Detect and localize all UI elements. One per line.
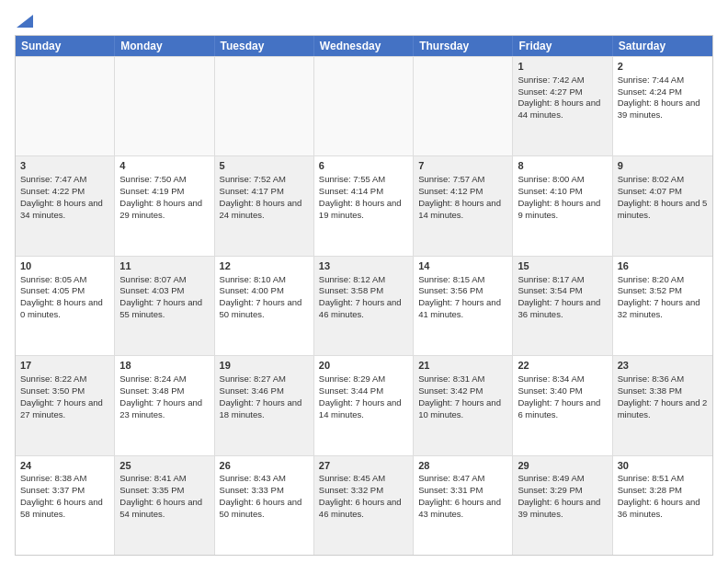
daylight-text: Daylight: 8 hours and 9 minutes. — [518, 198, 600, 220]
sunrise-text: Sunrise: 8:34 AM — [518, 373, 584, 384]
daylight-text: Daylight: 7 hours and 10 minutes. — [418, 397, 501, 419]
sunrise-text: Sunrise: 7:42 AM — [518, 75, 584, 85]
day-number: 30 — [618, 459, 708, 473]
sunrise-text: Sunrise: 7:50 AM — [119, 174, 186, 184]
calendar-cell: 9Sunrise: 8:02 AMSunset: 4:07 PMDaylight… — [613, 156, 712, 255]
daylight-text: Daylight: 8 hours and 19 minutes. — [319, 198, 402, 220]
calendar-cell — [16, 57, 115, 155]
calendar-cell: 19Sunrise: 8:27 AMSunset: 3:46 PMDayligh… — [215, 356, 314, 454]
sunrise-text: Sunrise: 8:31 AM — [418, 373, 484, 384]
calendar-cell: 15Sunrise: 8:17 AMSunset: 3:54 PMDayligh… — [513, 257, 612, 355]
page-container: SundayMondayTuesdayWednesdayThursdayFrid… — [0, 0, 728, 563]
sunset-text: Sunset: 3:33 PM — [220, 485, 284, 495]
day-number: 9 — [618, 159, 708, 173]
sunset-text: Sunset: 3:44 PM — [319, 385, 383, 396]
calendar-cell — [414, 57, 513, 155]
sunrise-text: Sunrise: 8:49 AM — [518, 473, 584, 483]
daylight-text: Daylight: 8 hours and 39 minutes. — [618, 98, 700, 120]
day-number: 12 — [220, 259, 309, 273]
calendar: SundayMondayTuesdayWednesdayThursdayFrid… — [15, 35, 713, 556]
calendar-cell: 6Sunrise: 7:55 AMSunset: 4:14 PMDaylight… — [314, 156, 414, 255]
calendar-cell: 27Sunrise: 8:45 AMSunset: 3:32 PMDayligh… — [314, 456, 414, 555]
calendar-cell: 25Sunrise: 8:41 AMSunset: 3:35 PMDayligh… — [115, 456, 214, 555]
sunset-text: Sunset: 3:40 PM — [518, 385, 582, 396]
calendar-cell: 4Sunrise: 7:50 AMSunset: 4:19 PMDaylight… — [115, 156, 214, 255]
weekday-header-monday: Monday — [115, 36, 214, 56]
calendar-cell: 23Sunrise: 8:36 AMSunset: 3:38 PMDayligh… — [613, 356, 712, 454]
calendar-row-5: 24Sunrise: 8:38 AMSunset: 3:37 PMDayligh… — [16, 455, 712, 555]
calendar-cell — [215, 57, 314, 155]
day-number: 16 — [618, 259, 708, 273]
calendar-cell: 30Sunrise: 8:51 AMSunset: 3:28 PMDayligh… — [613, 456, 712, 555]
day-number: 27 — [319, 459, 408, 473]
sunset-text: Sunset: 4:05 PM — [20, 285, 85, 295]
sunrise-text: Sunrise: 8:22 AM — [20, 373, 86, 384]
sunset-text: Sunset: 3:52 PM — [618, 285, 682, 295]
calendar-cell: 8Sunrise: 8:00 AMSunset: 4:10 PMDaylight… — [513, 156, 612, 255]
sunset-text: Sunset: 3:56 PM — [418, 285, 483, 295]
weekday-header-saturday: Saturday — [613, 36, 712, 56]
calendar-cell: 21Sunrise: 8:31 AMSunset: 3:42 PMDayligh… — [414, 356, 513, 454]
sunrise-text: Sunrise: 8:47 AM — [418, 473, 484, 483]
calendar-body: 1Sunrise: 7:42 AMSunset: 4:27 PMDaylight… — [16, 56, 712, 555]
sunset-text: Sunset: 4:00 PM — [220, 285, 284, 295]
svg-marker-0 — [17, 15, 33, 28]
calendar-cell: 20Sunrise: 8:29 AMSunset: 3:44 PMDayligh… — [314, 356, 414, 454]
daylight-text: Daylight: 6 hours and 36 minutes. — [618, 497, 700, 519]
sunrise-text: Sunrise: 8:43 AM — [220, 473, 286, 483]
sunset-text: Sunset: 3:29 PM — [518, 485, 582, 495]
day-number: 14 — [418, 259, 507, 273]
sunrise-text: Sunrise: 8:45 AM — [319, 473, 385, 483]
sunrise-text: Sunrise: 8:02 AM — [618, 174, 684, 184]
calendar-header: SundayMondayTuesdayWednesdayThursdayFrid… — [16, 36, 712, 56]
calendar-cell: 10Sunrise: 8:05 AMSunset: 4:05 PMDayligh… — [16, 257, 115, 355]
calendar-cell — [115, 57, 214, 155]
weekday-header-friday: Friday — [513, 36, 612, 56]
calendar-cell: 28Sunrise: 8:47 AMSunset: 3:31 PMDayligh… — [414, 456, 513, 555]
daylight-text: Daylight: 7 hours and 32 minutes. — [618, 297, 700, 319]
day-number: 24 — [20, 459, 109, 473]
daylight-text: Daylight: 8 hours and 0 minutes. — [20, 297, 103, 319]
day-number: 6 — [319, 159, 408, 173]
sunset-text: Sunset: 3:58 PM — [319, 285, 383, 295]
sunrise-text: Sunrise: 8:24 AM — [119, 373, 186, 384]
calendar-row-3: 10Sunrise: 8:05 AMSunset: 4:05 PMDayligh… — [16, 256, 712, 355]
sunrise-text: Sunrise: 8:10 AM — [220, 274, 286, 284]
day-number: 11 — [119, 259, 209, 273]
sunrise-text: Sunrise: 8:38 AM — [20, 473, 86, 483]
sunset-text: Sunset: 4:27 PM — [518, 86, 582, 97]
calendar-cell: 29Sunrise: 8:49 AMSunset: 3:29 PMDayligh… — [513, 456, 612, 555]
calendar-cell: 11Sunrise: 8:07 AMSunset: 4:03 PMDayligh… — [115, 257, 214, 355]
calendar-cell: 5Sunrise: 7:52 AMSunset: 4:17 PMDaylight… — [215, 156, 314, 255]
day-number: 20 — [319, 359, 408, 373]
daylight-text: Daylight: 7 hours and 18 minutes. — [220, 397, 302, 419]
calendar-cell: 2Sunrise: 7:44 AMSunset: 4:24 PMDaylight… — [613, 57, 712, 155]
sunrise-text: Sunrise: 8:51 AM — [618, 473, 684, 483]
day-number: 21 — [418, 359, 507, 373]
sunrise-text: Sunrise: 7:47 AM — [20, 174, 86, 184]
sunset-text: Sunset: 3:42 PM — [418, 385, 483, 396]
calendar-row-4: 17Sunrise: 8:22 AMSunset: 3:50 PMDayligh… — [16, 355, 712, 454]
day-number: 10 — [20, 259, 109, 273]
day-number: 1 — [518, 60, 607, 74]
daylight-text: Daylight: 7 hours and 46 minutes. — [319, 297, 402, 319]
day-number: 15 — [518, 259, 607, 273]
day-number: 28 — [418, 459, 507, 473]
daylight-text: Daylight: 8 hours and 34 minutes. — [20, 198, 103, 220]
sunset-text: Sunset: 4:19 PM — [119, 186, 184, 196]
sunrise-text: Sunrise: 8:00 AM — [518, 174, 584, 184]
calendar-cell: 16Sunrise: 8:20 AMSunset: 3:52 PMDayligh… — [613, 257, 712, 355]
sunset-text: Sunset: 3:28 PM — [618, 485, 682, 495]
sunset-text: Sunset: 3:54 PM — [518, 285, 582, 295]
sunset-text: Sunset: 4:10 PM — [518, 186, 582, 196]
weekday-header-tuesday: Tuesday — [215, 36, 314, 56]
sunset-text: Sunset: 4:17 PM — [220, 186, 284, 196]
sunrise-text: Sunrise: 8:12 AM — [319, 274, 385, 284]
day-number: 8 — [518, 159, 607, 173]
weekday-header-thursday: Thursday — [414, 36, 513, 56]
day-number: 26 — [220, 459, 309, 473]
calendar-cell: 7Sunrise: 7:57 AMSunset: 4:12 PMDaylight… — [414, 156, 513, 255]
day-number: 2 — [618, 60, 708, 74]
calendar-cell: 13Sunrise: 8:12 AMSunset: 3:58 PMDayligh… — [314, 257, 414, 355]
sunrise-text: Sunrise: 8:17 AM — [518, 274, 584, 284]
